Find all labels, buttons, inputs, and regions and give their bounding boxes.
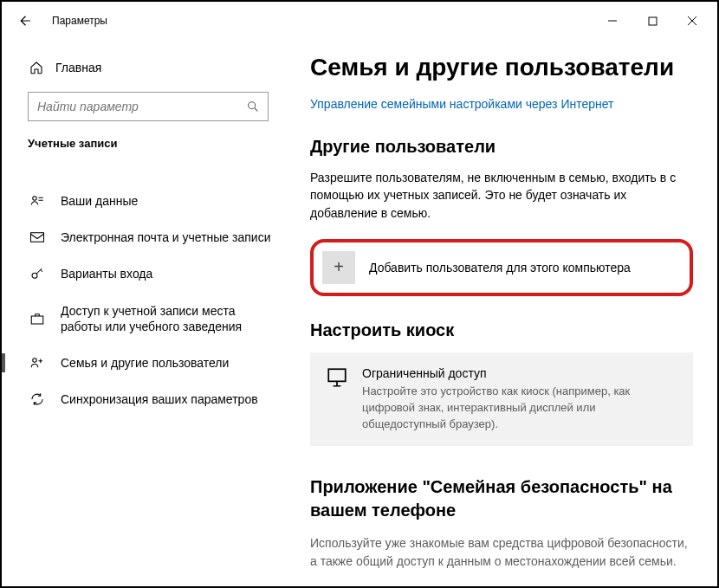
sidebar-item-work-access[interactable]: Доступ к учетной записи места работы или… [2, 293, 286, 345]
main-content: Семья и другие пользователи Управление с… [286, 40, 717, 586]
svg-point-6 [33, 359, 37, 363]
sidebar-item-label: Доступ к учетной записи места работы или… [61, 303, 277, 334]
sidebar-item-email[interactable]: Электронная почта и учетные записи [2, 219, 286, 255]
search-icon [246, 100, 260, 113]
add-user-label: Добавить пользователя для этого компьюте… [369, 261, 631, 275]
sidebar: Главная Учетные записи Ваши данные Элект… [2, 40, 286, 586]
page-title: Семья и другие пользователи [310, 54, 693, 81]
svg-point-4 [32, 274, 37, 279]
highlight-annotation: + Добавить пользователя для этого компью… [310, 239, 693, 296]
minimize-icon [607, 16, 618, 26]
kiosk-card-desc: Настройте это устройство как киоск (напр… [362, 384, 677, 433]
monitor-icon [326, 366, 348, 433]
key-icon [29, 266, 45, 281]
kiosk-heading: Настроить киоск [310, 320, 693, 340]
minimize-button[interactable] [593, 7, 632, 35]
other-users-heading: Другие пользователи [310, 137, 693, 157]
sidebar-item-label: Синхронизация ваших параметров [61, 391, 258, 407]
arrow-left-icon [16, 13, 32, 29]
kiosk-card-title: Ограниченный доступ [362, 366, 677, 380]
svg-rect-7 [328, 369, 346, 381]
close-button[interactable] [672, 7, 712, 35]
titlebar: Параметры [2, 2, 717, 40]
svg-rect-3 [31, 233, 44, 242]
person-card-icon [29, 193, 45, 209]
plus-icon: + [322, 251, 355, 284]
sidebar-item-family[interactable]: Семья и другие пользователи [2, 345, 286, 381]
home-label: Главная [55, 61, 101, 74]
svg-point-2 [33, 197, 37, 201]
sidebar-nav: Ваши данные Электронная почта и учетные … [2, 183, 286, 417]
maximize-icon [648, 16, 657, 26]
family-app-desc: Используйте уже знакомые вам средства ци… [310, 534, 693, 570]
sidebar-section-label: Учетные записи [2, 137, 286, 162]
sidebar-item-label: Электронная почта и учетные записи [61, 229, 270, 245]
sidebar-item-label: Семья и другие пользователи [61, 355, 229, 371]
home-link[interactable]: Главная [2, 55, 286, 80]
search-input[interactable] [28, 92, 269, 121]
people-plus-icon [29, 355, 45, 371]
back-button[interactable] [9, 5, 40, 36]
sidebar-item-signin[interactable]: Варианты входа [2, 255, 286, 292]
other-users-desc: Разрешите пользователям, не включенным в… [310, 169, 693, 222]
mail-icon [29, 229, 45, 245]
add-user-button[interactable]: + Добавить пользователя для этого компью… [322, 251, 681, 284]
window-title: Параметры [52, 15, 107, 27]
home-icon [29, 61, 43, 74]
sidebar-item-label: Варианты входа [61, 266, 152, 281]
sidebar-item-label: Ваши данные [61, 193, 138, 209]
search-wrap [28, 92, 269, 121]
svg-rect-5 [31, 316, 43, 324]
maximize-button[interactable] [632, 7, 672, 35]
briefcase-icon [29, 311, 45, 326]
system-buttons [593, 7, 712, 35]
kiosk-card[interactable]: Ограниченный доступ Настройте это устрой… [310, 352, 693, 447]
family-app-heading: Приложение "Семейная безопасность" на ва… [310, 475, 693, 522]
svg-rect-0 [649, 17, 657, 25]
svg-point-1 [249, 102, 256, 109]
sidebar-item-sync[interactable]: Синхронизация ваших параметров [2, 381, 286, 417]
manage-family-link[interactable]: Управление семейными настройками через И… [310, 97, 693, 111]
sidebar-item-your-info[interactable]: Ваши данные [2, 183, 286, 219]
close-icon [687, 16, 697, 26]
sync-icon [29, 391, 45, 407]
